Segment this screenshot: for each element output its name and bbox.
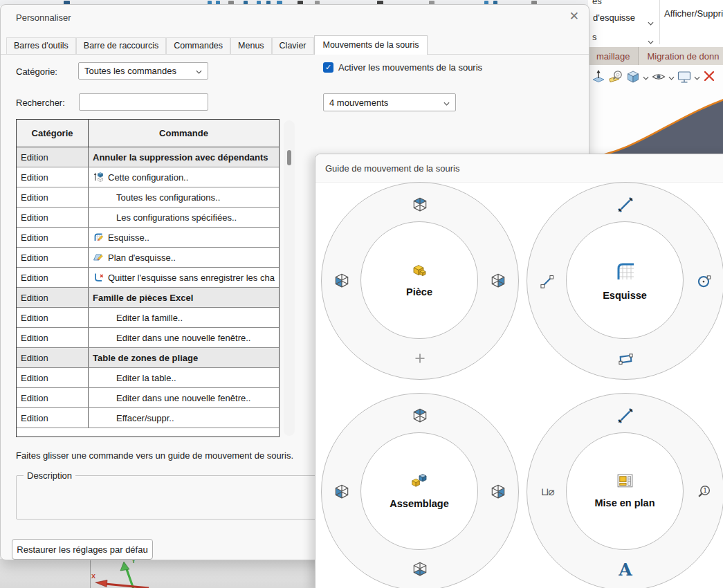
viewport-bottom-strip: Y X <box>0 559 315 588</box>
gesture-guide-panel: Guide de mouvement de la souris Pièce Es… <box>315 154 723 588</box>
enable-gestures-label: Activer les mouvements de la souris <box>338 62 482 73</box>
command-table-body: EditionAnnuler la suppression avec dépen… <box>17 147 279 437</box>
zoom-scale-icon[interactable]: 1 <box>694 482 713 502</box>
section-view-icon[interactable] <box>625 69 641 84</box>
left-view-cube-icon[interactable] <box>332 482 351 502</box>
model-part-surface <box>588 89 723 154</box>
smart-dimension-icon[interactable] <box>616 195 635 214</box>
category-dropdown[interactable]: Toutes les commandes <box>78 62 208 80</box>
gesture-count-dropdown[interactable]: 4 mouvements <box>323 93 456 111</box>
restore-defaults-button[interactable]: Restaurer les réglages par défau <box>12 539 153 560</box>
table-row[interactable]: EditionQuitter l'esquisse sans enregistr… <box>17 268 279 288</box>
command-manager-tabs: maillage Migration de donn <box>588 47 723 66</box>
table-row-partial[interactable] <box>17 428 279 437</box>
close-icon[interactable]: ✕ <box>569 10 579 22</box>
wheel-center-piece: Pièce <box>360 221 478 339</box>
category-value: Toutes les commandes <box>84 66 176 76</box>
chevron-down-icon[interactable] <box>694 71 700 83</box>
display-delete-relations-label[interactable]: Afficher/Suppri <box>664 8 723 19</box>
row-category: Edition <box>17 308 89 327</box>
right-view-cube-icon[interactable] <box>488 271 508 291</box>
wheel-label: Mise en plan <box>594 497 655 511</box>
table-row[interactable]: EditionAnnuler la suppression avec dépen… <box>17 147 279 167</box>
table-row[interactable]: EditionToutes les configurations.. <box>17 187 279 208</box>
coordinate-triad: Y X <box>76 556 166 588</box>
table-row[interactable]: EditionTable de zones de pliage <box>17 348 279 368</box>
tab-barre-de-raccourcis[interactable]: Barre de raccourcis <box>76 37 166 54</box>
row-category: Edition <box>17 288 89 307</box>
bottom-view-cube-icon[interactable] <box>410 560 430 579</box>
enable-gestures-checkbox[interactable]: ✓ <box>323 62 333 73</box>
chevron-down-icon <box>443 98 450 108</box>
tab-maillage[interactable]: maillage <box>588 47 639 65</box>
row-command: Editer la table.. <box>89 368 279 387</box>
tab-barres-doutils[interactable]: Barres d'outils <box>6 37 76 54</box>
left-view-cube-icon[interactable] <box>332 271 351 291</box>
sketch-icon <box>612 258 637 286</box>
chevron-down-icon[interactable] <box>648 16 654 28</box>
visibility-icon[interactable] <box>651 69 666 84</box>
tab-mouvements-de-la-souris[interactable]: Mouvements de la souris <box>314 35 428 55</box>
row-category: Edition <box>17 248 89 267</box>
toolbar-text-fragment-2: s <box>592 32 597 42</box>
table-row[interactable]: EditionEditer la table.. <box>17 368 279 388</box>
sketch-line-icon[interactable] <box>538 271 557 291</box>
row-category: Edition <box>17 268 89 287</box>
normal-to-icon[interactable] <box>591 69 606 84</box>
tab-menus[interactable]: Menus <box>230 37 272 54</box>
table-row[interactable]: EditionPlan d'esquisse.. <box>17 248 279 268</box>
table-row[interactable]: EditionFamille de pièces Excel <box>17 288 279 308</box>
row-command: Famille de pièces Excel <box>89 288 279 307</box>
row-category: Edition <box>17 408 89 428</box>
measure-icon[interactable] <box>608 69 623 84</box>
row-command: Cette configuration.. <box>89 167 279 187</box>
note-icon[interactable]: A <box>616 560 635 579</box>
table-row[interactable]: EditionLes configurations spécifiées.. <box>17 208 279 228</box>
chevron-down-icon[interactable] <box>643 71 649 83</box>
sketch-rectangle-icon[interactable] <box>616 349 635 368</box>
tab-migration-de-donnees[interactable]: Migration de donn <box>639 47 723 65</box>
dialog-title: Personnaliser <box>16 12 71 23</box>
row-category: Edition <box>17 167 89 187</box>
wheel-center-assemblage: Assemblage <box>360 432 478 550</box>
sketch-circle-icon[interactable] <box>694 271 713 291</box>
chevron-down-icon[interactable] <box>648 35 654 47</box>
triad-x-label: X <box>91 573 95 580</box>
table-row[interactable]: EditionEditer la famille.. <box>17 308 279 328</box>
right-view-cube-icon[interactable] <box>488 482 508 502</box>
solidworks-screen: es d'esquisse s Afficher/Suppri maillage… <box>0 0 723 588</box>
close-red-icon[interactable] <box>702 69 717 84</box>
exit-sketch-icon <box>93 272 105 283</box>
table-row[interactable]: EditionEditer dans une nouvelle fenêtre.… <box>17 388 279 408</box>
table-row[interactable]: EditionEsquisse.. <box>17 228 279 248</box>
search-input[interactable] <box>79 93 208 111</box>
row-category: Edition <box>17 187 89 207</box>
top-view-cube-icon[interactable] <box>410 195 430 214</box>
gesture-wheel-piece: Pièce <box>321 182 519 380</box>
chevron-down-icon[interactable] <box>668 71 675 83</box>
table-scrollbar[interactable] <box>284 120 295 436</box>
row-command: Esquisse.. <box>89 228 279 247</box>
sketch-dropdown-label[interactable]: d'esquisse <box>593 12 635 23</box>
add-command-icon[interactable] <box>410 349 430 368</box>
standard-dimension-icon[interactable]: ⊔⌀ <box>538 482 557 502</box>
table-row[interactable]: EditionEffacer/suppr.. <box>17 408 279 428</box>
edit-sketch-icon <box>93 232 105 243</box>
header-commande: Commande <box>89 120 279 147</box>
tab-clavier[interactable]: Clavier <box>272 37 314 54</box>
top-view-cube-icon[interactable] <box>410 406 430 425</box>
scrollbar-thumb[interactable] <box>287 150 291 165</box>
search-label: Rechercher: <box>16 98 65 108</box>
chevron-down-icon <box>196 66 202 76</box>
display-style-icon[interactable] <box>677 69 692 84</box>
description-label: Description <box>24 470 75 481</box>
wheel-label: Pièce <box>406 286 432 300</box>
gesture-wheel-mise-en-plan: ⊔⌀ 1 A Mise en plan <box>527 393 723 588</box>
row-command: Plan d'esquisse.. <box>89 248 279 267</box>
row-command: Quitter l'esquisse sans enregistrer les … <box>89 268 279 287</box>
configuration-icon <box>93 172 105 183</box>
tab-commandes[interactable]: Commandes <box>166 37 230 54</box>
table-row[interactable]: EditionEditer dans une nouvelle fenêtre.… <box>17 328 279 348</box>
smart-dimension-icon[interactable] <box>616 406 635 425</box>
table-row[interactable]: EditionCette configuration.. <box>17 167 279 187</box>
